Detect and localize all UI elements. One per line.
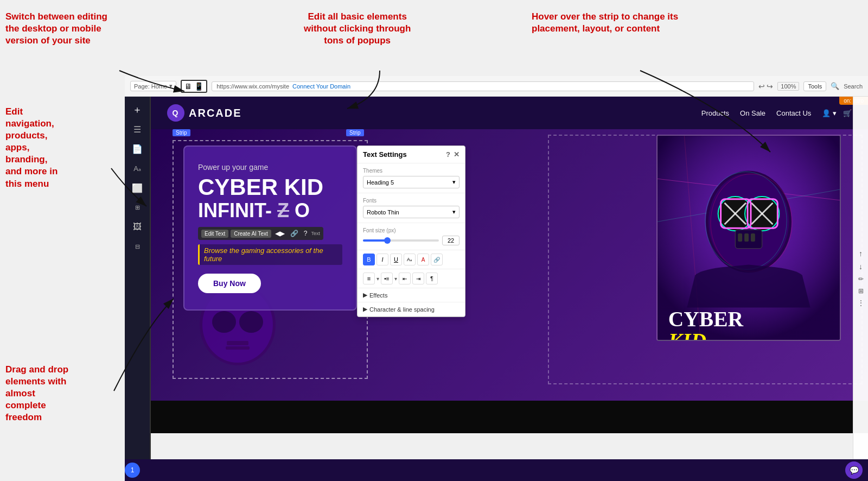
list-bullet[interactable]: •≡: [381, 273, 393, 284]
panel-header: Text Settings ? ✕: [358, 146, 465, 163]
canvas-bottom-bar: [151, 401, 868, 433]
tools-button[interactable]: Tools: [803, 81, 826, 91]
annotation-edit-elements: Edit all basic elementswithout clicking …: [304, 11, 411, 47]
themes-dropdown[interactable]: Heading 5 ▾: [363, 176, 459, 188]
font-size-slider[interactable]: [363, 239, 439, 242]
redo-icon[interactable]: ↪: [767, 82, 773, 91]
text-arrow-icon[interactable]: ◀▶: [273, 229, 286, 238]
nav-sale[interactable]: On Sale: [740, 109, 765, 117]
hero-section: Power up your game CYBER KID INFINIT- Z …: [151, 129, 868, 401]
search-icon[interactable]: 🔍: [831, 82, 839, 90]
effects-label: Effects: [369, 292, 387, 299]
search-label: Search: [844, 83, 863, 90]
annotation-edit-nav: Editnavigation,products,apps,branding,an…: [5, 106, 58, 190]
url-bar: https://www.wix.com/mysite Connect Your …: [212, 81, 754, 91]
fonts-value: Roboto Thin: [367, 209, 399, 216]
svg-rect-5: [227, 341, 248, 345]
text-direction[interactable]: ¶: [426, 273, 438, 284]
font-size-value[interactable]: 22: [442, 236, 459, 245]
page-label: Page: Home: [134, 83, 167, 90]
page-selector[interactable]: Page: Home ▾: [130, 81, 176, 91]
strip-area: Strip Strip Power up your game: [151, 129, 868, 433]
edit-text-btn[interactable]: Edit Text: [201, 230, 228, 238]
logo-icon: Q: [167, 104, 184, 122]
svg-rect-22: [738, 233, 742, 242]
list-dropdown[interactable]: ▾: [394, 276, 397, 282]
handle-grid-icon[interactable]: ⊞: [858, 287, 864, 295]
mobile-icon[interactable]: 📱: [194, 82, 203, 91]
themes-label: Themes: [363, 168, 459, 174]
user-icon[interactable]: 👤 ▾: [822, 109, 837, 117]
promo-tagline: Browse the gaming accessories of the fut…: [198, 244, 342, 265]
indent-increase[interactable]: ⇥: [412, 273, 424, 284]
svg-point-3: [212, 311, 236, 333]
text-help-icon[interactable]: ?: [302, 229, 309, 238]
svg-rect-6: [226, 346, 250, 350]
char-spacing-section[interactable]: ▶ Character & line spacing: [358, 302, 465, 317]
format-bold[interactable]: B: [363, 254, 375, 265]
align-left[interactable]: ≡: [363, 273, 375, 284]
page-indicator[interactable]: 1: [125, 463, 140, 478]
svg-point-4: [239, 311, 263, 333]
sidebar-menu[interactable]: ☰: [129, 121, 146, 138]
device-switcher[interactable]: 🖥 📱: [181, 80, 207, 93]
sidebar-text[interactable]: Aₐ: [129, 160, 146, 177]
undo-redo-controls[interactable]: ↩ ↪: [758, 82, 773, 91]
cart-icon[interactable]: 🛒: [843, 109, 852, 117]
sidebar-add[interactable]: ＋: [129, 101, 146, 118]
handle-down-icon[interactable]: ↓: [859, 262, 863, 271]
strip-label-center: Strip: [346, 129, 364, 136]
char-spacing-label: Character & line spacing: [369, 306, 435, 313]
char-spacing-chevron: ▶: [363, 306, 367, 313]
sidebar-apps[interactable]: ⊞: [129, 199, 146, 216]
format-color[interactable]: A: [417, 254, 429, 265]
nav-products[interactable]: Products: [701, 109, 729, 117]
handle-more-icon[interactable]: ⋮: [858, 299, 864, 307]
themes-value: Heading 5: [367, 179, 394, 186]
align-dropdown[interactable]: ▾: [376, 276, 379, 282]
handle-up-icon[interactable]: ↑: [859, 249, 863, 258]
sidebar-pages[interactable]: 📄: [129, 140, 146, 157]
desktop-icon[interactable]: 🖥: [184, 82, 192, 91]
fonts-dropdown[interactable]: Roboto Thin ▾: [363, 206, 459, 218]
effects-section[interactable]: ▶ Effects: [358, 288, 465, 302]
create-ai-text-btn[interactable]: Create AI Text: [231, 230, 271, 238]
connect-domain-link[interactable]: Connect Your Domain: [292, 83, 350, 90]
left-sidebar: ＋ ☰ 📄 Aₐ ⬜ ⊞ 🖼 ⊟: [125, 97, 151, 459]
text-settings-panel: Text Settings ? ✕ Themes Heading 5 ▾ Fon…: [357, 145, 465, 317]
undo-icon[interactable]: ↩: [758, 82, 765, 91]
panel-help-icon[interactable]: ?: [446, 150, 450, 159]
panel-close-icon[interactable]: ✕: [454, 150, 459, 159]
title-2-crossed: Z: [277, 199, 289, 221]
sidebar-grid[interactable]: ⊟: [129, 238, 146, 255]
annotation-drag-drop: Drag and dropelements withalmostcomplete…: [5, 364, 68, 423]
buy-now-button[interactable]: Buy Now: [198, 274, 261, 293]
promo-subtitle: Power up your game: [198, 163, 342, 172]
site-nav-icons: 👤 ▾ 🛒: [822, 109, 852, 117]
fonts-chevron: ▾: [452, 208, 456, 216]
zoom-control[interactable]: 100%: [777, 82, 799, 91]
sidebar-media[interactable]: 🖼: [129, 218, 146, 236]
handle-edit-icon[interactable]: ✏: [858, 275, 864, 283]
format-case[interactable]: Aₐ: [404, 254, 416, 265]
sidebar-shapes[interactable]: ⬜: [129, 179, 146, 197]
chat-button[interactable]: 💬: [845, 461, 863, 479]
format-underline[interactable]: U: [390, 254, 402, 265]
slider-thumb[interactable]: [384, 237, 391, 244]
format-italic[interactable]: I: [376, 254, 388, 265]
align-row: ≡ ▾ •≡ ▾ ⇤ ⇥ ¶: [358, 269, 465, 288]
format-link[interactable]: 🔗: [431, 254, 443, 265]
svg-rect-23: [744, 233, 749, 242]
logo-text: ARCADE: [189, 107, 242, 119]
nav-contact[interactable]: Contact Us: [776, 109, 811, 117]
text-link-icon[interactable]: 🔗: [289, 229, 300, 238]
panel-header-icons: ? ✕: [446, 150, 459, 159]
indent-decrease[interactable]: ⇤: [399, 273, 411, 284]
promo-title-2: INFINIT- Z O: [198, 201, 342, 220]
fonts-label: Fonts: [363, 198, 459, 204]
annotation-desktop-mobile: Switch between editing the desktop or mo…: [5, 11, 119, 47]
svg-rect-24: [751, 233, 755, 242]
canvas-area: Q ARCADE Products On Sale Contact Us 👤 ▾…: [151, 97, 868, 459]
promo-card: Power up your game CYBER KID INFINIT- Z …: [183, 145, 357, 311]
url-text: https://www.wix.com/mysite: [216, 83, 289, 90]
